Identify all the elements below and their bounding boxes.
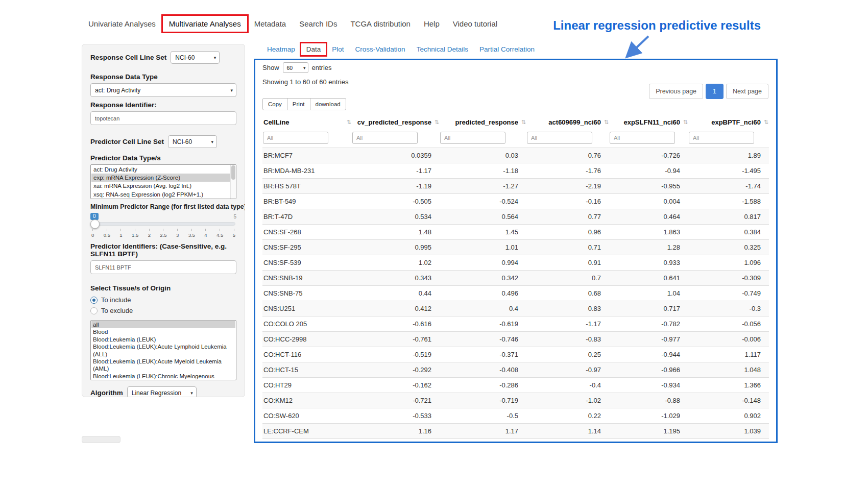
slider-track[interactable] xyxy=(91,222,235,226)
table-row: BR:MDA-MB-231-1.17-1.18-1.76-0.94-1.495 xyxy=(262,163,769,179)
option-xai-mrna-expression-avg-log2-int[interactable]: xai: mRNA Expression (Avg. log2 Int.) xyxy=(91,182,230,190)
numeric-value: -0.944 xyxy=(609,347,688,362)
predictor-identifiers-input[interactable] xyxy=(90,260,236,274)
tab-heatmap[interactable]: Heatmap xyxy=(261,43,301,56)
chevron-down-icon: ▾ xyxy=(190,391,193,396)
page-1-button[interactable]: 1 xyxy=(706,84,724,99)
slider-handle[interactable] xyxy=(90,219,100,229)
filter-input-predicted-response[interactable] xyxy=(440,132,505,144)
filter-input-act609699-nci60[interactable] xyxy=(527,132,592,144)
option-blood-leukemia-leuk-acute-myeloid-leukemia-aml[interactable]: Blood:Leukemia (LEUK):Acute Myeloid Leuk… xyxy=(91,358,235,373)
table-row: BR:HS 578T-1.19-1.27-2.19-0.955-1.74 xyxy=(262,179,769,194)
radio-label: To exclude xyxy=(101,307,133,314)
slider-tick-0-5: 0.5 xyxy=(104,229,110,238)
sort-icon: ⇅ xyxy=(347,119,351,126)
table-body: BR:MCF70.03590.030.76-0.7261.89BR:MDA-MB… xyxy=(262,148,769,444)
tab-technical-details[interactable]: Technical Details xyxy=(411,43,474,56)
numeric-value: -2.19 xyxy=(526,179,609,194)
option-blood[interactable]: Blood xyxy=(91,328,235,335)
predictor-identifiers-label: Predictor Identifiers: (Case-Sensitive, … xyxy=(90,242,236,258)
radio-to-exclude[interactable]: To exclude xyxy=(90,305,236,316)
numeric-value: -0.006 xyxy=(688,332,769,347)
numeric-value: -0.148 xyxy=(688,393,769,408)
filter-input-expslfn11-nci60[interactable] xyxy=(610,132,675,144)
scrollbar-thumb[interactable] xyxy=(231,165,235,180)
numeric-value: 1.096 xyxy=(688,255,769,271)
option-blood-leukemia-leuk-chronic-myelogenous-leukemia-cml[interactable]: Blood:Leukemia (LEUK):Chronic Myelogenou… xyxy=(91,373,235,380)
tab-partial-correlation[interactable]: Partial Correlation xyxy=(474,43,540,56)
cell-line-value: CO:HT29 xyxy=(262,378,352,393)
numeric-value: 0.91 xyxy=(526,255,609,271)
table-row: CNS:SNB-750.440.4960.681.04-0.749 xyxy=(262,286,769,301)
nav-item-search-ids[interactable]: Search IDs xyxy=(293,15,344,32)
option-exp-mrna-expression-z-score[interactable]: exp: mRNA Expression (Z-Score) xyxy=(91,174,230,182)
tab-cross-validation[interactable]: Cross-Validation xyxy=(350,43,411,56)
nav-item-univariate-analyses[interactable]: Univariate Analyses xyxy=(82,15,162,32)
response-cell-line-set-select[interactable]: NCI-60 ▾ xyxy=(171,51,220,64)
numeric-value: 0.951 xyxy=(352,439,440,444)
column-header-cv-predicted-response[interactable]: cv_predicted_response⇅ xyxy=(352,114,440,130)
predictor-data-types-listbox[interactable]: act: Drug Activityexp: mRNA Expression (… xyxy=(90,164,236,199)
numeric-value: 1.16 xyxy=(352,424,440,439)
min-predictor-range-slider[interactable]: 0 5 00.511.522.533.544.55 xyxy=(90,213,236,239)
response-identifier-input[interactable] xyxy=(90,111,236,125)
radio-to-include[interactable]: To include xyxy=(90,295,236,305)
sort-icon: ⇅ xyxy=(604,119,609,126)
algorithm-select[interactable]: Linear Regression ▾ xyxy=(127,386,197,397)
numeric-value: -0.746 xyxy=(440,332,526,347)
scrollbar[interactable] xyxy=(230,165,236,199)
sort-icon: ⇅ xyxy=(435,119,439,126)
nav-item-metadata[interactable]: Metadata xyxy=(248,15,293,32)
numeric-value: 0.22 xyxy=(526,408,609,424)
tab-plot[interactable]: Plot xyxy=(326,43,349,56)
previous-page-button[interactable]: Previous page xyxy=(649,84,703,99)
column-header-predicted-response[interactable]: predicted_response⇅ xyxy=(440,114,526,130)
option-all[interactable]: all xyxy=(91,321,235,328)
column-header-cellline[interactable]: CellLine⇅ xyxy=(262,114,352,130)
numeric-value: -0.97 xyxy=(526,362,609,378)
numeric-value: 1.307 xyxy=(609,439,688,444)
tab-data[interactable]: Data xyxy=(301,43,327,56)
tissue-listbox[interactable]: allBloodBlood:Leukemia (LEUK)Blood:Leuke… xyxy=(90,320,236,380)
slider-tick-2-5: 2.5 xyxy=(160,229,166,238)
next-page-button[interactable]: Next page xyxy=(726,84,768,99)
option-xsq-rna-seq-expression-log2-fpkm-1[interactable]: xsq: RNA-seq Expression (log2 FPKM+1.) xyxy=(91,190,230,199)
numeric-value: -1.76 xyxy=(526,163,609,179)
filter-input-expbptf-nci60[interactable] xyxy=(689,132,754,144)
slider-tick-2: 2 xyxy=(148,229,151,238)
nav-item-video-tutorial[interactable]: Video tutorial xyxy=(446,15,504,32)
numeric-value: -0.533 xyxy=(352,408,440,424)
cell-line-value: CO:HCC-2998 xyxy=(262,332,352,347)
print-button[interactable]: Print xyxy=(287,98,310,110)
download-button[interactable]: download xyxy=(310,98,346,110)
predictor-cell-line-set-select[interactable]: NCI-60 ▾ xyxy=(168,135,217,148)
numeric-value: 0.76 xyxy=(526,148,609,163)
nav-item-help[interactable]: Help xyxy=(417,15,446,32)
numeric-value: -0.3 xyxy=(688,301,769,316)
entries-select[interactable]: 60 ▾ xyxy=(283,62,308,73)
column-header-expbptf-nci60[interactable]: expBPTF_nci60⇅ xyxy=(688,114,769,130)
filter-input-cv-predicted-response[interactable] xyxy=(352,132,418,144)
column-header-act609699-nci60[interactable]: act609699_nci60⇅ xyxy=(526,114,609,130)
numeric-value: 0.995 xyxy=(352,240,440,255)
option-blood-leukemia-leuk-acute-lymphoid-leukemia-all[interactable]: Blood:Leukemia (LEUK):Acute Lymphoid Leu… xyxy=(91,343,235,358)
nav-item-tcga-distribution[interactable]: TCGA distribution xyxy=(344,15,417,32)
numeric-value: 0.343 xyxy=(352,271,440,286)
response-data-type-select[interactable]: act: Drug Activity ▾ xyxy=(90,83,236,97)
option-blood-leukemia-leuk[interactable]: Blood:Leukemia (LEUK) xyxy=(91,336,235,343)
option-act-drug-activity[interactable]: act: Drug Activity xyxy=(91,165,230,174)
column-header-expslfn11-nci60[interactable]: expSLFN11_nci60⇅ xyxy=(609,114,688,130)
numeric-value: 1.48 xyxy=(352,225,440,240)
table-row: BR:MCF70.03590.030.76-0.7261.89 xyxy=(262,148,769,163)
nav-item-multivariate-analyses[interactable]: Multivariate Analyses xyxy=(162,15,248,32)
cell-line-value: CO:KM12 xyxy=(262,393,352,408)
numeric-value: 0.68 xyxy=(526,439,609,444)
numeric-value: 1.01 xyxy=(440,240,526,255)
table-header-row: CellLine⇅cv_predicted_response⇅predicted… xyxy=(262,114,769,130)
numeric-value: 1.28 xyxy=(609,240,688,255)
numeric-value: 0.464 xyxy=(609,209,688,225)
cell-line-value: BR:T-47D xyxy=(262,209,352,225)
copy-button[interactable]: Copy xyxy=(262,98,287,110)
filter-input-cellline[interactable] xyxy=(263,132,328,144)
top-nav: Univariate AnalysesMultivariate Analyses… xyxy=(82,15,504,32)
